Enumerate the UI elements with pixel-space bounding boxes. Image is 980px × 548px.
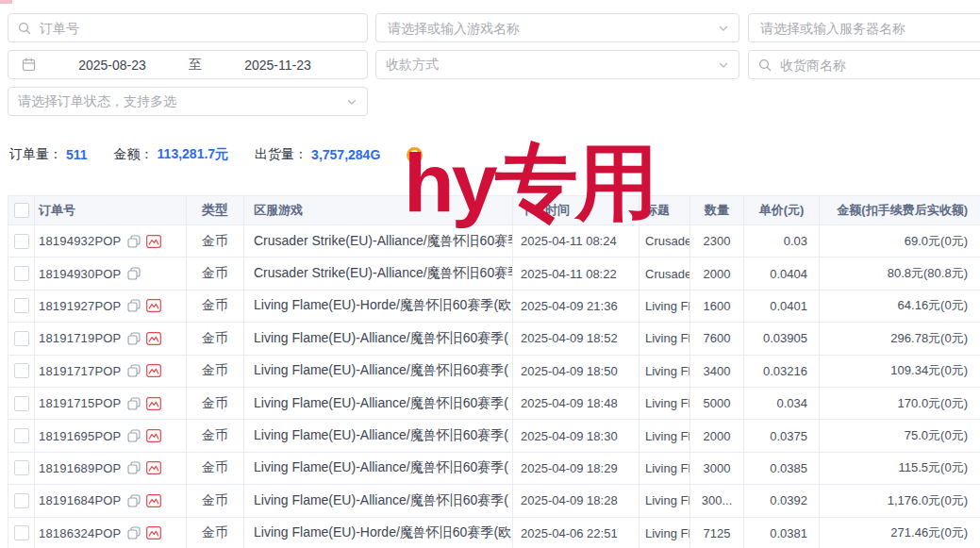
buyer-name-input[interactable] xyxy=(778,57,980,74)
title-cell: Living Fl xyxy=(639,518,690,548)
quantity-cell: 7125 xyxy=(690,518,744,548)
type-cell: 金币 xyxy=(187,291,244,322)
table-row: 18194930POP 金币 Crusader Strike(EU)-Allia… xyxy=(8,257,980,290)
orders-table: 订单号 类型 区服游戏 下单时间 标题 数量 单价(元) 金额(扣手续费后实收额… xyxy=(8,195,980,548)
row-checkbox[interactable] xyxy=(14,428,29,443)
row-checkbox[interactable] xyxy=(14,234,29,249)
game-name-input[interactable] xyxy=(386,20,711,37)
title-cell: Living Fl xyxy=(639,485,690,516)
order-time-cell: 2025-04-06 22:51 xyxy=(513,518,639,548)
type-cell: 金币 xyxy=(187,225,244,257)
game-server-cell: Crusader Strike(EU)-Alliance/魔兽怀旧60赛季( xyxy=(244,225,513,257)
copy-icon[interactable] xyxy=(127,364,141,377)
col-amount: 金额(扣手续费后实收额) xyxy=(820,196,980,224)
game-name-select[interactable] xyxy=(375,13,739,42)
quantity-cell: 7600 xyxy=(690,323,744,354)
image-icon[interactable] xyxy=(146,235,161,248)
copy-icon[interactable] xyxy=(127,299,141,312)
shipment-value: 3,757,284G xyxy=(311,147,380,162)
title-cell: Living Fl xyxy=(639,420,690,451)
title-cell: Living Fl xyxy=(639,291,690,322)
server-name-input[interactable] xyxy=(758,20,980,37)
order-number: 18191927POP xyxy=(39,299,122,313)
payment-method-select[interactable]: 收款方式 xyxy=(375,50,739,79)
date-start-value[interactable]: 2025-08-23 xyxy=(78,58,146,73)
copy-icon[interactable] xyxy=(127,397,141,410)
game-server-cell: Living Flame(EU)-Alliance/魔兽怀旧60赛季( xyxy=(244,323,513,354)
copy-icon[interactable] xyxy=(127,235,141,248)
buyer-name-search-field[interactable] xyxy=(748,50,980,79)
title-cell: Living Fl xyxy=(639,356,690,387)
game-server-cell: Living Flame(EU)-Alliance/魔兽怀旧60赛季( xyxy=(244,420,513,451)
copy-icon[interactable] xyxy=(127,267,141,280)
image-icon[interactable] xyxy=(146,429,161,442)
table-row: 18191695POP 金币 Living Flame(EU)-Alliance… xyxy=(8,420,980,452)
date-end-value[interactable]: 2025-11-23 xyxy=(244,58,311,73)
payment-method-placeholder: 收款方式 xyxy=(386,57,439,74)
col-time: 下单时间 xyxy=(513,196,639,224)
type-cell: 金币 xyxy=(187,485,244,516)
copy-icon[interactable] xyxy=(127,526,141,540)
game-server-cell: Living Flame(EU)-Horde/魔兽怀旧60赛季(欧 xyxy=(244,291,513,322)
col-game: 区服游戏 xyxy=(244,196,513,224)
table-row: 18191719POP 金币 Living Flame(EU)-Alliance… xyxy=(8,323,980,355)
unit-price-cell: 0.03 xyxy=(744,225,820,257)
table-row: 18191715POP 金币 Living Flame(EU)-Alliance… xyxy=(8,388,980,420)
unit-price-cell: 0.0401 xyxy=(744,291,820,322)
order-status-multiselect[interactable]: 请选择订单状态，支持多选 xyxy=(8,87,368,116)
image-icon[interactable] xyxy=(146,397,161,410)
row-checkbox[interactable] xyxy=(14,266,29,281)
corner-watermark-fragment xyxy=(0,0,12,4)
copy-icon[interactable] xyxy=(127,429,141,442)
date-range-picker[interactable]: 2025-08-23 至 2025-11-23 xyxy=(8,50,368,79)
order-count-label: 订单量： xyxy=(9,146,62,163)
type-cell: 金币 xyxy=(187,518,244,548)
order-number: 18191695POP xyxy=(39,429,122,443)
image-icon[interactable] xyxy=(146,494,161,507)
amount-cell: 115.5元(0元) xyxy=(820,453,980,484)
quantity-cell: 5000 xyxy=(690,388,744,419)
amount-cell: 75.0元(0元) xyxy=(820,420,980,451)
game-server-cell: Living Flame(EU)-Alliance/魔兽怀旧60赛季( xyxy=(244,453,513,484)
shipment-label: 出货量： xyxy=(255,146,307,163)
image-icon[interactable] xyxy=(146,332,161,345)
order-number-input[interactable] xyxy=(38,20,357,37)
server-name-select[interactable] xyxy=(748,13,980,42)
row-checkbox[interactable] xyxy=(14,396,29,411)
type-cell: 金币 xyxy=(187,257,244,289)
help-icon[interactable]: ? xyxy=(407,147,423,163)
row-checkbox[interactable] xyxy=(14,525,29,540)
order-time-cell: 2025-04-09 18:48 xyxy=(513,388,639,419)
table-row: 18191927POP 金币 Living Flame(EU)-Horde/魔兽… xyxy=(8,291,980,323)
unit-price-cell: 0.0392 xyxy=(744,485,820,516)
row-checkbox[interactable] xyxy=(14,460,29,475)
type-cell: 金币 xyxy=(187,323,244,354)
amount-value: 113,281.7元 xyxy=(158,146,229,163)
amount-cell: 296.78元(0元) xyxy=(820,323,980,354)
row-checkbox[interactable] xyxy=(14,298,29,313)
table-row: 18194932POP 金币 Crusader Strike(EU)-Allia… xyxy=(8,225,980,257)
image-icon[interactable] xyxy=(146,461,161,474)
image-icon[interactable] xyxy=(146,526,161,540)
image-icon[interactable] xyxy=(146,299,161,312)
title-cell: Crusade xyxy=(639,257,690,289)
unit-price-cell: 0.0381 xyxy=(744,518,820,548)
order-time-cell: 2025-04-09 18:28 xyxy=(513,485,639,516)
row-checkbox[interactable] xyxy=(14,331,29,346)
order-number-search-field[interactable] xyxy=(8,13,368,42)
select-all-checkbox[interactable] xyxy=(14,203,29,218)
quantity-cell: 2300 xyxy=(690,225,744,257)
amount-label: 金额： xyxy=(114,146,154,163)
copy-icon[interactable] xyxy=(127,461,141,474)
copy-icon[interactable] xyxy=(127,332,141,345)
row-checkbox[interactable] xyxy=(14,493,29,508)
unit-price-cell: 0.0385 xyxy=(744,453,820,484)
unit-price-cell: 0.0404 xyxy=(744,257,820,289)
chevron-down-icon xyxy=(718,59,729,71)
game-server-cell: Living Flame(EU)-Alliance/魔兽怀旧60赛季( xyxy=(244,485,513,516)
row-checkbox[interactable] xyxy=(14,363,29,378)
calendar-icon xyxy=(22,58,36,72)
copy-icon[interactable] xyxy=(127,494,141,507)
image-icon[interactable] xyxy=(146,364,161,377)
game-server-cell: Crusader Strike(EU)-Alliance/魔兽怀旧60赛季( xyxy=(244,257,513,289)
